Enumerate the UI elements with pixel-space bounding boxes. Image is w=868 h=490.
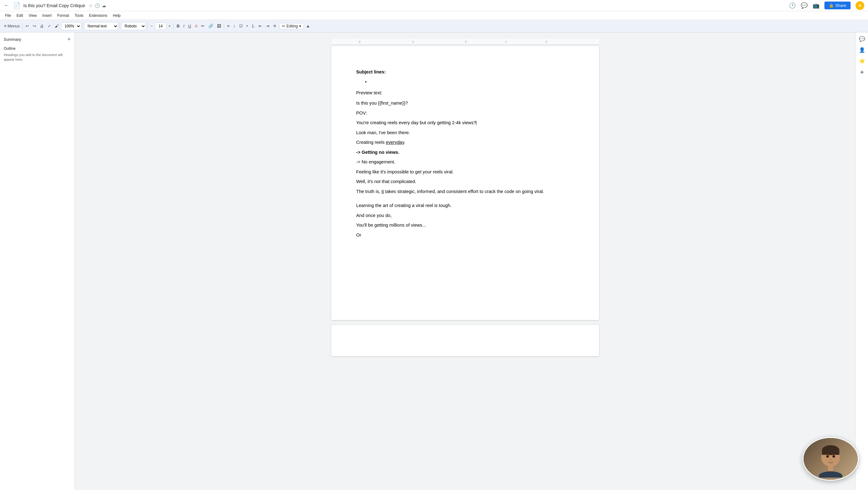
doc-icon: 📄	[13, 2, 21, 9]
svg-point-3	[826, 455, 829, 458]
star-panel-icon[interactable]: ⭐	[858, 57, 866, 65]
svg-rect-2	[822, 450, 839, 455]
menu-tools[interactable]: Tools	[72, 13, 86, 19]
history-icon[interactable]: 🕐	[95, 3, 100, 8]
ruler: -2 -1 0 1 2	[331, 39, 599, 45]
right-panel: 💬 👤 ⭐ +	[856, 32, 868, 490]
person-icon[interactable]: 👤	[858, 46, 866, 54]
line-truth: The truth is, it takes strategic, inform…	[356, 188, 574, 195]
toolbar: ≡ Menus ↩ ↪ 🖨 ✓ 🖌 100% Normal text Robot…	[0, 20, 868, 32]
avatar[interactable]: A	[856, 1, 864, 10]
print-btn[interactable]: 🖨	[38, 23, 45, 29]
align-btn[interactable]: ≡	[225, 23, 231, 29]
link-btn[interactable]: 🔗	[207, 23, 215, 29]
line-millions-views: You'll be getting millions of views...	[356, 222, 574, 229]
undo-btn[interactable]: ↩	[24, 23, 31, 29]
line-not-complicated: Well, it's not that complicated.	[356, 178, 574, 185]
num-list-btn[interactable]: 1.	[250, 23, 256, 29]
highlight-btn[interactable]: ✏	[199, 23, 206, 29]
italic-btn[interactable]: I	[182, 23, 186, 29]
paint-btn[interactable]: 🖌	[53, 23, 60, 29]
font-size-input[interactable]	[155, 23, 166, 30]
video-inner	[804, 438, 858, 480]
font-size-decrease[interactable]: −	[149, 23, 154, 29]
outline-hint: Headings you add to the document will ap…	[4, 53, 71, 62]
chat-icon[interactable]: 💬	[858, 35, 866, 43]
history-btn[interactable]: 🕐	[789, 2, 796, 9]
bold-btn[interactable]: B	[175, 23, 181, 29]
style-select[interactable]: Normal text	[84, 22, 118, 30]
line-no-engagement: -> No engagement.	[356, 158, 574, 165]
line-spacing-btn[interactable]: ↕	[231, 23, 237, 29]
line-pov: POV:	[356, 110, 574, 117]
line-or: Or	[356, 232, 574, 239]
font-select[interactable]: Roboto	[121, 22, 146, 30]
svg-point-4	[833, 455, 835, 458]
color-btn[interactable]: A	[193, 23, 199, 29]
outline-label: Outline	[4, 47, 71, 51]
title-bar: ← 📄 Is this you? Email Copy Critique ☆ 🕐…	[0, 0, 868, 11]
text-cursor	[476, 121, 476, 125]
line-getting-no-views: -> Getting no views.	[356, 149, 574, 156]
cloud-icon[interactable]: ☁	[102, 3, 106, 8]
indent-decrease-btn[interactable]: ⇤	[257, 23, 264, 29]
sidebar: Summary + Outline Headings you add to th…	[0, 32, 75, 490]
line-creating-reels: Creating reels everyday.	[356, 139, 574, 146]
screen-icon[interactable]: 📺	[813, 2, 819, 9]
chevron-up-btn[interactable]: ▲	[305, 23, 312, 29]
line-learning: Learning the art of creating a viral ree…	[356, 202, 574, 209]
indent-increase-btn[interactable]: ⇥	[264, 23, 271, 29]
menu-bar: File Edit View Insert Format Tools Exten…	[0, 11, 868, 20]
menu-view[interactable]: View	[26, 13, 39, 19]
svg-point-7	[819, 471, 842, 478]
pencil-icon: ✏	[282, 24, 285, 28]
video-call-bubble	[803, 437, 859, 481]
lock-icon: 🔒	[829, 3, 834, 8]
spellcheck-btn[interactable]: ✓	[46, 23, 53, 29]
zoom-select[interactable]: 100%	[61, 22, 81, 30]
svg-point-5	[830, 458, 832, 461]
back-button[interactable]: ←	[4, 2, 9, 9]
comment-btn[interactable]: 💬	[801, 2, 808, 9]
doc-area: -2 -1 0 1 2 Subject lines: Preview text:	[75, 32, 856, 490]
menu-insert[interactable]: Insert	[40, 13, 54, 19]
clear-format-btn[interactable]: ✕	[272, 23, 278, 29]
menu-help[interactable]: Help	[111, 13, 123, 19]
title-icons: ☆ 🕐 ☁	[89, 3, 106, 8]
chevron-down-icon: ▾	[299, 24, 301, 28]
face-svg	[812, 440, 849, 478]
summary-label: Summary	[4, 37, 21, 42]
menu-format[interactable]: Format	[55, 13, 72, 19]
redo-btn[interactable]: ↪	[31, 23, 38, 29]
menu-file[interactable]: File	[2, 13, 13, 19]
font-size-increase[interactable]: +	[167, 23, 173, 29]
underline-btn[interactable]: U	[186, 23, 192, 29]
star-icon[interactable]: ☆	[89, 3, 93, 8]
page-2-partial	[331, 325, 599, 356]
line-impossible: Feeling like it's impossible to get your…	[356, 169, 574, 176]
subject-lines-heading: Subject lines:	[356, 68, 574, 75]
menus-btn[interactable]: ≡ Menus	[2, 23, 21, 29]
plus-panel-icon[interactable]: +	[859, 67, 865, 77]
checklist-btn[interactable]: ☑	[238, 23, 244, 29]
line-firstname[interactable]: Is this you {{first_name}}?	[356, 100, 574, 107]
menu-extensions[interactable]: Extensions	[87, 13, 110, 19]
image-btn[interactable]: 🖼	[215, 23, 223, 29]
line-once-you-do: And once you do,	[356, 212, 574, 219]
preview-text-heading: Preview text:	[356, 89, 574, 96]
line-look-man: Look man, I've been there.	[356, 129, 574, 136]
bullet-list-btn[interactable]: •	[245, 23, 250, 29]
share-button[interactable]: 🔒 Share	[825, 2, 850, 9]
menu-edit[interactable]: Edit	[14, 13, 26, 19]
add-summary-btn[interactable]: +	[67, 36, 71, 43]
subject-line-bullet	[370, 78, 574, 85]
page-1: Subject lines: Preview text: Is this you…	[331, 46, 599, 320]
line-reels-views: You're creating reels every day but only…	[356, 119, 574, 126]
doc-title[interactable]: Is this you? Email Copy Critique	[23, 3, 85, 8]
editing-mode-dropdown[interactable]: ✏ Editing ▾	[279, 23, 304, 29]
